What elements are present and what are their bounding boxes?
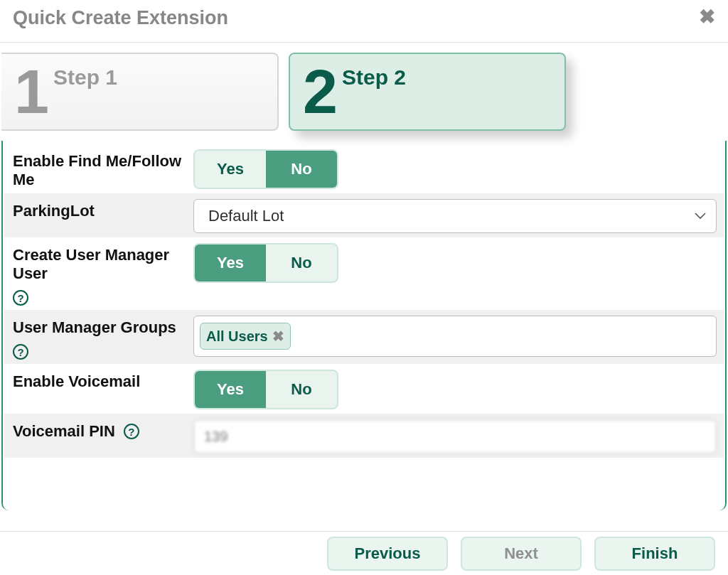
toggle-findme: Yes No: [193, 149, 338, 189]
toggle-create-um-user: Yes No: [193, 243, 338, 283]
help-icon[interactable]: ?: [13, 344, 28, 360]
row-um-groups: User Manager Groups ? All Users ✖: [4, 310, 724, 364]
toggle-create-um-user-no[interactable]: No: [266, 244, 337, 281]
steps-row: 1 Step 1 2 Step 2: [0, 43, 728, 141]
modal: Quick Create Extension ✖ 1 Step 1 2 Step…: [0, 0, 728, 575]
step-2-number: 2: [303, 60, 338, 123]
modal-title: Quick Create Extension: [13, 7, 228, 29]
finish-button[interactable]: Finish: [594, 537, 715, 571]
row-enable-voicemail: Enable Voicemail Yes No: [4, 364, 724, 414]
control-um-groups: All Users ✖: [193, 314, 717, 357]
tab-step-2[interactable]: 2 Step 2: [289, 53, 566, 131]
row-parkinglot: ParkingLot Default Lot: [4, 193, 724, 237]
step-1-label: Step 1: [53, 65, 117, 90]
control-enable-voicemail: Yes No: [193, 368, 717, 409]
help-icon[interactable]: ?: [13, 290, 28, 306]
select-parkinglot-value: Default Lot: [208, 207, 284, 225]
control-enable-findme: Yes No: [193, 148, 717, 189]
control-voicemail-pin: [193, 418, 717, 453]
step-1-number: 1: [14, 60, 49, 123]
label-parkinglot: ParkingLot: [9, 198, 193, 220]
toggle-enable-voicemail-yes[interactable]: Yes: [195, 371, 266, 408]
row-voicemail-pin: Voicemail PIN ?: [4, 414, 724, 458]
voicemail-pin-input[interactable]: [193, 419, 717, 453]
toggle-findme-yes[interactable]: Yes: [195, 151, 266, 188]
select-parkinglot[interactable]: Default Lot: [193, 199, 717, 233]
toggle-enable-voicemail: Yes No: [193, 370, 338, 409]
close-icon[interactable]: ✖: [699, 7, 715, 27]
help-icon[interactable]: ?: [124, 424, 139, 439]
next-button[interactable]: Next: [461, 537, 582, 571]
previous-button[interactable]: Previous: [327, 537, 448, 571]
label-create-um-user: Create User Manager User ?: [9, 242, 193, 306]
row-enable-findme: Enable Find Me/Follow Me Yes No: [4, 144, 724, 193]
modal-header: Quick Create Extension ✖: [0, 0, 728, 43]
label-enable-findme: Enable Find Me/Follow Me: [9, 148, 193, 189]
tab-step-1[interactable]: 1 Step 1: [1, 53, 279, 131]
toggle-create-um-user-yes[interactable]: Yes: [195, 244, 266, 281]
label-enable-voicemail: Enable Voicemail: [9, 368, 193, 391]
form-panel: Enable Find Me/Follow Me Yes No ParkingL…: [1, 141, 727, 510]
toggle-findme-no[interactable]: No: [266, 151, 337, 188]
tag-remove-icon[interactable]: ✖: [272, 328, 284, 345]
toggle-enable-voicemail-no[interactable]: No: [266, 371, 337, 408]
control-create-um-user: Yes No: [193, 242, 717, 283]
label-voicemail-pin: Voicemail PIN ?: [9, 418, 193, 441]
modal-footer: Previous Next Finish: [0, 531, 728, 575]
step-2-label: Step 2: [342, 65, 406, 90]
label-um-groups: User Manager Groups ?: [9, 314, 193, 360]
tag-label: All Users: [206, 328, 268, 345]
row-create-um-user: Create User Manager User ? Yes No: [4, 237, 724, 310]
um-groups-input[interactable]: All Users ✖: [193, 316, 717, 357]
chevron-down-icon: [695, 213, 706, 220]
tag-all-users: All Users ✖: [200, 323, 291, 350]
control-parkinglot: Default Lot: [193, 198, 717, 233]
